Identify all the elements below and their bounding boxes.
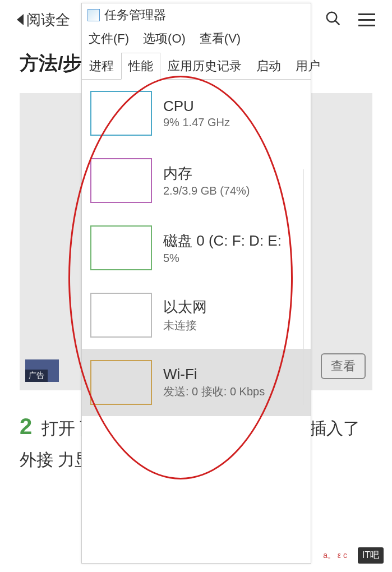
back-label: 阅读全 <box>26 10 70 30</box>
window-title: 任务管理器 <box>104 7 166 24</box>
tab-bar: 进程 性能 应用历史记录 启动 用户 <box>82 53 311 80</box>
menubar: 文件(F) 选项(O) 查看(V) <box>82 27 311 53</box>
tab-users[interactable]: 用户 <box>288 53 328 80</box>
menu-options[interactable]: 选项(O) <box>143 30 186 47</box>
tab-processes[interactable]: 进程 <box>82 53 121 80</box>
wifi-title: Wi-Fi <box>163 366 265 383</box>
divider <box>303 169 304 405</box>
menu-file[interactable]: 文件(F) <box>89 30 129 47</box>
tab-history[interactable]: 应用历史记录 <box>160 53 249 80</box>
view-button[interactable]: 查看 <box>321 353 366 379</box>
search-icon[interactable] <box>325 10 342 29</box>
perf-item-wifi[interactable]: Wi-Fi 发送: 0 接收: 0 Kbps <box>82 349 311 416</box>
disk-chart-icon <box>90 225 152 270</box>
ethernet-chart-icon <box>90 293 152 338</box>
disk-sub: 5% <box>163 252 282 265</box>
tab-startup[interactable]: 启动 <box>249 53 288 80</box>
memory-title: 内存 <box>163 164 250 183</box>
menu-view[interactable]: 查看(V) <box>200 30 241 47</box>
hamburger-menu-icon[interactable] <box>358 13 375 26</box>
memory-chart-icon <box>90 158 152 203</box>
svg-line-1 <box>335 21 340 25</box>
small-red-text: a。 ε c <box>323 551 347 561</box>
ethernet-title: 以太网 <box>163 297 207 317</box>
perf-item-memory[interactable]: 内存 2.9/3.9 GB (74%) <box>82 147 311 214</box>
titlebar: 任务管理器 <box>82 3 311 27</box>
ethernet-sub: 未连接 <box>163 318 207 333</box>
perf-item-ethernet[interactable]: 以太网 未连接 <box>82 282 311 349</box>
cpu-sub: 9% 1.47 GHz <box>163 116 230 129</box>
task-manager-window: 任务管理器 文件(F) 选项(O) 查看(V) 进程 性能 应用历史记录 启动 … <box>81 3 311 564</box>
step-number: 2 <box>20 414 32 439</box>
tab-performance[interactable]: 性能 <box>121 53 160 80</box>
disk-title: 磁盘 0 (C: F: D: E: <box>163 231 282 251</box>
memory-sub: 2.9/3.9 GB (74%) <box>163 184 250 197</box>
cpu-title: CPU <box>163 98 230 115</box>
perf-item-disk[interactable]: 磁盘 0 (C: F: D: E: 5% <box>82 214 311 282</box>
svg-point-0 <box>327 12 337 22</box>
performance-panel: CPU 9% 1.47 GHz 内存 2.9/3.9 GB (74%) 磁盘 0… <box>82 80 311 416</box>
perf-item-cpu[interactable]: CPU 9% 1.47 GHz <box>82 80 311 147</box>
task-manager-icon <box>87 9 100 21</box>
cpu-chart-icon <box>90 91 152 136</box>
wifi-chart-icon <box>90 360 152 405</box>
ad-label: 广告 <box>25 370 48 382</box>
back-triangle-icon <box>17 14 24 25</box>
wifi-sub: 发送: 0 接收: 0 Kbps <box>163 384 265 399</box>
back-button[interactable]: 阅读全 <box>17 10 70 30</box>
watermark: IT吧 <box>358 547 384 564</box>
